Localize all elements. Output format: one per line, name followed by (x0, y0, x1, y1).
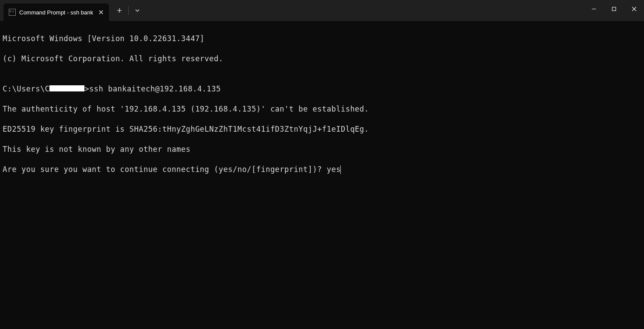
confirm-prompt: Are you sure you want to continue connec… (3, 165, 327, 174)
user-input: yes (327, 165, 341, 174)
chevron-down-icon (135, 8, 140, 13)
divider (128, 6, 129, 15)
terminal-prompt-line: C:\Users\C>ssh bankaitech@192.168.4.135 (3, 84, 641, 94)
terminal-line: The authenticity of host '192.168.4.135 … (3, 104, 641, 114)
plus-icon (117, 8, 122, 13)
terminal-tab[interactable]: Command Prompt - ssh bank (4, 4, 109, 21)
tab-title: Command Prompt - ssh bank (19, 9, 93, 16)
close-icon (632, 7, 637, 11)
close-icon (99, 10, 103, 14)
close-window-button[interactable] (624, 0, 644, 18)
maximize-button[interactable] (604, 0, 624, 18)
terminal-input-line: Are you sure you want to continue connec… (3, 164, 641, 175)
tab-dropdown-button[interactable] (130, 3, 145, 18)
new-tab-button[interactable] (112, 3, 127, 18)
svg-rect-0 (612, 7, 616, 10)
terminal-line: (c) Microsoft Corporation. All rights re… (3, 54, 641, 64)
cmd-icon (9, 9, 16, 16)
terminal-line: ED25519 key fingerprint is SHA256:tHnyZg… (3, 124, 641, 134)
minimize-button[interactable] (584, 0, 604, 18)
tab-close-button[interactable] (97, 8, 105, 17)
maximize-icon (612, 7, 616, 11)
window-titlebar: Command Prompt - ssh bank (0, 0, 644, 21)
terminal-line: This key is not known by any other names (3, 144, 641, 154)
prompt-prefix: C:\Users\C (3, 84, 49, 93)
terminal-line: Microsoft Windows [Version 10.0.22631.34… (3, 34, 641, 44)
terminal-cursor (340, 165, 341, 174)
prompt-suffix: >ssh bankaitech@192.168.4.135 (84, 84, 220, 93)
redacted-username (49, 85, 84, 91)
terminal-output[interactable]: Microsoft Windows [Version 10.0.22631.34… (0, 21, 644, 187)
tab-actions (112, 0, 145, 21)
titlebar-left: Command Prompt - ssh bank (0, 0, 145, 21)
window-controls (584, 0, 644, 21)
minimize-icon (592, 7, 596, 11)
